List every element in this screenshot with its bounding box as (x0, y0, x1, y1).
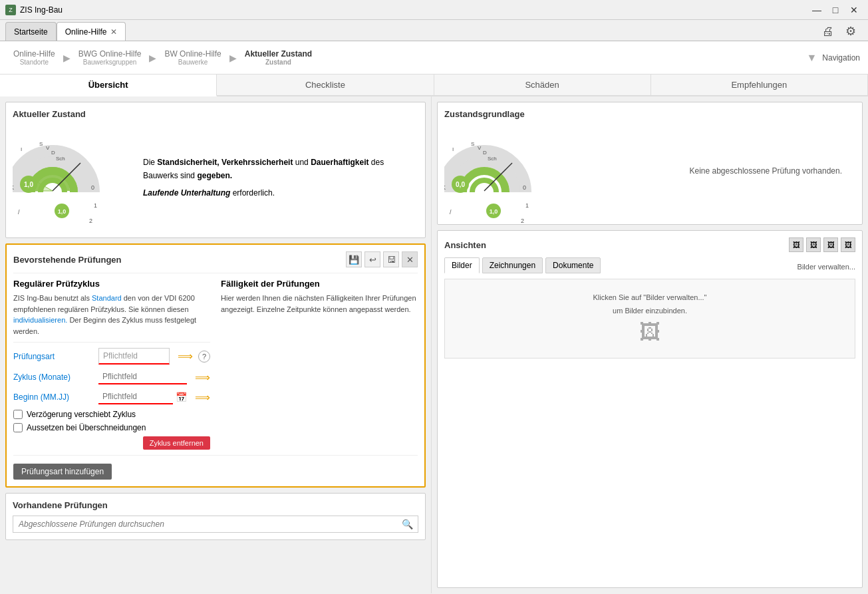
pruefungsart-wrapper: Pflichtfeld (98, 348, 170, 365)
vorhandene-pruefungen-card: Vorhandene Prüfungen 🔍 (5, 493, 426, 540)
main-content: Aktueller Zustand (0, 96, 868, 593)
aktueller-zustand-title: Aktueller Zustand (13, 109, 418, 119)
pruefungsart-hinzufugen-button[interactable]: Prüfungsart hinzufügen (13, 464, 112, 480)
beginn-label: Beginn (MM.JJ) (13, 392, 93, 402)
checkbox-aussetzen-input[interactable] (13, 423, 23, 432)
form-two-col: Regulärer Prüfzyklus ZIS Ing-Bau benutzt… (13, 279, 418, 450)
ansichten-icons: 🖼 🖼 🖼 🖼 (789, 237, 855, 252)
breadcrumb-aktueller-zustand[interactable]: Aktueller Zustand Zustand (239, 47, 317, 69)
navigation-button[interactable]: ▼ Navigation (806, 52, 860, 64)
help-icon[interactable]: ? (198, 351, 210, 363)
card-actions: 💾 ↩ 🖫 ✕ (346, 251, 418, 267)
breadcrumb-arrow-3: ▶ (229, 53, 237, 63)
zustandsgrundlage-title: Zustandsgrundlage (444, 109, 855, 119)
right-panel: Zustandsgrundlage 0,0 1,0 (431, 96, 868, 593)
gauge-section: 1,0 1,0 SK I S V D (13, 124, 418, 231)
gauge-container-left: 1,0 1,0 SK I S V D (13, 124, 132, 231)
tab-schaden[interactable]: Schäden (434, 74, 651, 95)
svg-text:1: 1 (94, 202, 97, 209)
ansichten-tab-bilder[interactable]: Bilder (444, 257, 480, 273)
image-placeholder-line2: um Bilder einzubinden. (613, 307, 687, 315)
pruefungsart-select[interactable]: Pflichtfeld (98, 348, 170, 365)
breadcrumb-bwg[interactable]: BWG Online-Hilfe Bauwerksgruppen (73, 47, 147, 69)
aktueller-zustand-card: Aktueller Zustand (5, 102, 426, 238)
svg-text:SK: SK (444, 184, 446, 191)
ansichten-header: Ansichten 🖼 🖼 🖼 🖼 (444, 237, 855, 252)
tab-startseite[interactable]: Startseite (5, 22, 57, 41)
tab-empfehlungen[interactable]: Empfehlungen (651, 74, 868, 95)
faellikeit-title: Fälligkeit der Prüfungen (221, 279, 418, 289)
svg-text:I: I (21, 146, 22, 152)
svg-text:1: 1 (525, 202, 529, 209)
calendar-icon[interactable]: 📅 (176, 392, 187, 402)
section-tabs: Übersicht Checkliste Schäden Empfehlunge… (0, 74, 868, 96)
minimize-button[interactable]: — (808, 3, 825, 17)
breadcrumb-online-hilfe[interactable]: Online-Hilfe Standorte (8, 47, 61, 69)
vorhandene-pruefungen-title: Vorhandene Prüfungen (13, 500, 418, 510)
tab-ubersicht[interactable]: Übersicht (0, 74, 217, 96)
ansichten-tab-zeichnungen[interactable]: Zeichnungen (482, 257, 543, 273)
bevorstehende-pruefungen-header: Bevorstehende Prüfungen 💾 ↩ 🖫 ✕ (13, 251, 418, 267)
bevorstehende-pruefungen-title: Bevorstehende Prüfungen (13, 255, 122, 265)
card-close-btn[interactable]: ✕ (402, 251, 418, 267)
ansichten-icon-1[interactable]: 🖼 (789, 237, 803, 252)
gauge-svg-left: 1,0 1,0 SK I S V D (13, 124, 132, 231)
svg-text:D: D (51, 150, 55, 156)
zyklus-entfernen-button[interactable]: Zyklus entfernen (143, 436, 210, 450)
search-icon: 🔍 (402, 519, 413, 529)
search-input[interactable] (13, 516, 418, 533)
tab-online-hilfe-label: Online-Hilfe (65, 27, 107, 37)
ansichten-icon-3[interactable]: 🖼 (823, 237, 838, 252)
ansichten-title: Ansichten (444, 240, 486, 250)
svg-text:0: 0 (523, 184, 526, 191)
svg-text:I: I (452, 146, 454, 152)
search-wrapper: 🔍 (13, 516, 418, 533)
form-row-zyklus: Zyklus (Monate) ⟹ (13, 370, 210, 384)
card-undo-btn[interactable]: ↩ (364, 251, 380, 267)
app-name: ZIS Ing-Bau (20, 5, 63, 15)
faelligkeit-text: Hier werden Ihnen die nächsten Fälligkei… (221, 293, 418, 315)
image-placeholder-line1: Klicken Sie auf "Bilder verwalten..." (593, 293, 706, 301)
form-row-pruefungsart: Prüfungsart Pflichtfeld ⟹ ? (13, 348, 210, 365)
svg-text:S: S (39, 141, 43, 147)
svg-text:1,0: 1,0 (58, 208, 67, 215)
beginn-wrapper: 📅 (98, 390, 187, 404)
title-bar: Z ZIS Ing-Bau — □ ✕ (0, 0, 868, 20)
zyklus-input[interactable] (98, 370, 187, 384)
ansichten-icon-2[interactable]: 🖼 (806, 237, 821, 252)
checkbox-verzogerung-input[interactable] (13, 410, 23, 419)
maximize-button[interactable]: □ (827, 3, 844, 17)
individualisieren-link[interactable]: individualisieren. (13, 316, 67, 324)
checkbox-verzogerung-label: Verzögerung verschiebt Zyklus (27, 410, 136, 419)
tab-checkliste[interactable]: Checkliste (217, 74, 434, 95)
tab-online-hilfe-close[interactable]: ✕ (110, 27, 117, 37)
toolbar: Online-Hilfe Standorte ▶ BWG Online-Hilf… (0, 41, 868, 74)
ansichten-tab-dokumente[interactable]: Dokumente (545, 257, 601, 273)
bevorstehende-pruefungen-card: Bevorstehende Prüfungen 💾 ↩ 🖫 ✕ Reguläre… (5, 243, 426, 488)
card-save-btn[interactable]: 💾 (346, 251, 362, 267)
tab-online-hilfe[interactable]: Online-Hilfe ✕ (57, 22, 126, 41)
svg-text:SK: SK (13, 184, 14, 191)
close-button[interactable]: ✕ (845, 3, 863, 17)
card-disk-btn[interactable]: 🖫 (383, 251, 399, 267)
ansichten-image-area: Klicken Sie auf "Bilder verwalten..." um… (444, 279, 855, 359)
svg-text:Sch: Sch (488, 156, 497, 162)
form-col-right: Fälligkeit der Prüfungen Hier werden Ihn… (221, 279, 418, 450)
breadcrumb-bw[interactable]: BW Online-Hilfe Bauwerke (159, 47, 226, 69)
bilder-verwalten-link[interactable]: Bilder verwalten... (797, 263, 855, 271)
app-icon: Z (5, 5, 16, 15)
svg-text:0,0: 0,0 (456, 181, 465, 188)
gauge-container-right: 0,0 1,0 SK I S V D Sch 0 1 2 3 (444, 124, 551, 218)
beginn-arrow: ⟹ (195, 391, 210, 404)
breadcrumb-arrow-2: ▶ (149, 53, 156, 63)
svg-text:1,0: 1,0 (24, 181, 33, 188)
settings-button[interactable]: ⚙ (841, 22, 860, 41)
standard-link[interactable]: Standard (92, 294, 122, 302)
svg-text:0: 0 (91, 184, 94, 191)
ansichten-icon-4[interactable]: 🖼 (841, 237, 855, 252)
checkbox-aussetzen-label: Aussetzen bei Überschneidungen (27, 423, 146, 432)
print-button[interactable]: 🖨 (819, 22, 837, 41)
beginn-input[interactable] (98, 390, 173, 404)
tab-startseite-label: Startseite (14, 27, 48, 37)
tab-bar: Startseite Online-Hilfe ✕ 🖨 ⚙ (0, 20, 868, 41)
